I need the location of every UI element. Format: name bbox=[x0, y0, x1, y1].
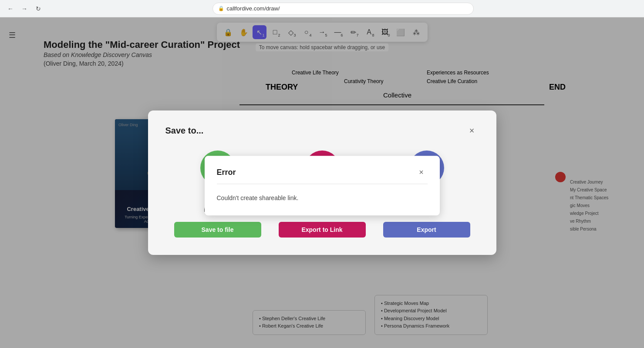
canvas-area: 🔒 ✋ ↖1 □2 ◇3 ○4 →5 —6 ✏7 A8 🖼0 ⬜ ⁂ bbox=[0, 17, 644, 348]
lock-icon: 🔒 bbox=[218, 6, 224, 11]
error-title: Error bbox=[217, 168, 236, 177]
save-modal-header: Save to... × bbox=[165, 124, 479, 137]
error-close-button[interactable]: × bbox=[415, 166, 428, 178]
browser-bar: ← → ↻ 🔒 callfordive.com/draw/ bbox=[0, 0, 644, 17]
error-message: Couldn't create shareable link. bbox=[217, 191, 428, 205]
url-text: callfordive.com/draw/ bbox=[227, 5, 280, 12]
save-modal-title: Save to... bbox=[165, 126, 204, 136]
back-button[interactable]: ← bbox=[5, 3, 16, 14]
export-link-button[interactable]: Export to Link bbox=[279, 222, 366, 238]
save-file-button[interactable]: Save to file bbox=[174, 222, 261, 238]
save-modal-close-button[interactable]: × bbox=[465, 124, 479, 137]
export-button[interactable]: Export bbox=[383, 222, 470, 238]
error-divider bbox=[217, 184, 428, 184]
error-modal: Error × Couldn't create shareable link. bbox=[205, 156, 440, 215]
address-bar[interactable]: 🔒 callfordive.com/draw/ bbox=[212, 3, 474, 15]
reload-button[interactable]: ↻ bbox=[33, 3, 44, 14]
error-modal-header: Error × bbox=[217, 166, 428, 178]
forward-button[interactable]: → bbox=[19, 3, 30, 14]
